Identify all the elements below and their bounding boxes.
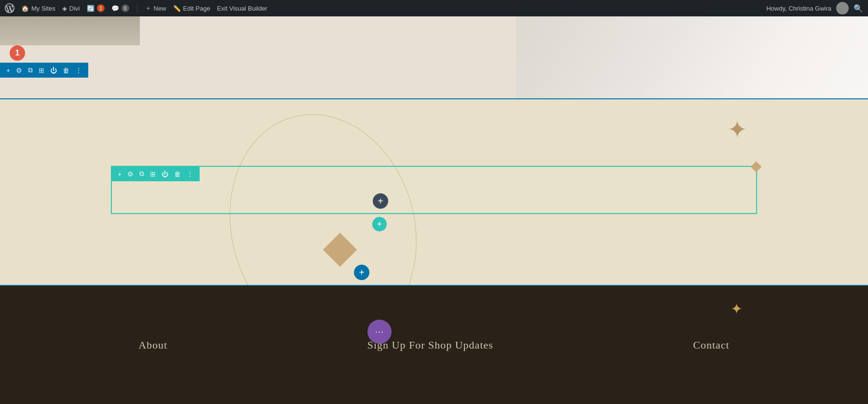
updates-count: 3 xyxy=(97,4,105,12)
edit-page-menu[interactable]: ✏️ Edit Page xyxy=(173,5,210,12)
add-row-button[interactable]: + xyxy=(373,193,388,209)
updates-menu[interactable]: 🔄 3 xyxy=(87,4,105,12)
greeting-text: Howdy, Christina Gwira xyxy=(766,5,831,12)
add-section-button[interactable]: + xyxy=(4,65,13,76)
toggle-module-button[interactable]: ⏻ xyxy=(159,169,171,179)
floating-action-button[interactable]: ··· xyxy=(367,320,392,344)
divi-menu[interactable]: ◈ Divi xyxy=(62,5,80,12)
toggle-section-button[interactable]: ⏻ xyxy=(48,65,59,76)
settings-module-button[interactable]: ⚙ xyxy=(125,169,136,179)
clone-module-button[interactable]: ⧉ xyxy=(137,168,147,179)
comments-count: 0 xyxy=(122,4,129,12)
admin-bar: 🏠 My Sites ◈ Divi 🔄 3 💬 0 ＋ New ✏️ Edit … xyxy=(0,0,868,16)
edit-page-label: Edit Page xyxy=(183,5,210,12)
footer: ✦ About Sign Up For Shop Updates Contact xyxy=(0,286,868,404)
delete-module-button[interactable]: 🗑 xyxy=(172,169,183,179)
wp-logo[interactable] xyxy=(5,3,14,13)
admin-bar-right: Howdy, Christina Gwira 🔍 xyxy=(766,2,863,14)
new-content-menu[interactable]: ＋ New xyxy=(145,4,166,13)
comments-menu[interactable]: 💬 0 xyxy=(111,4,129,12)
column-section-button[interactable]: ⊞ xyxy=(36,65,47,76)
page-content: 1 + ⚙ ⧉ ⊞ ⏻ 🗑 ⋮ ✦ + ⚙ ⧉ ⊞ ⏻ 🗑 xyxy=(0,16,868,404)
search-icon[interactable]: 🔍 xyxy=(854,4,863,13)
section-top-border xyxy=(0,98,868,99)
exit-visual-builder-label: Exit Visual Builder xyxy=(217,5,268,12)
footer-star-decoration: ✦ xyxy=(731,300,743,317)
delete-section-button[interactable]: 🗑 xyxy=(60,65,72,76)
top-left-image xyxy=(0,16,140,45)
top-image-section xyxy=(0,16,868,98)
section-bottom-border xyxy=(0,285,868,286)
module-toolbar[interactable]: + ⚙ ⧉ ⊞ ⏻ 🗑 ⋮ xyxy=(111,166,200,181)
top-right-image xyxy=(516,16,868,98)
add-section-bottom-button[interactable]: + xyxy=(354,265,369,280)
main-content-area: ✦ + ⚙ ⧉ ⊞ ⏻ 🗑 ⋮ + + xyxy=(0,98,868,286)
my-sites-label: My Sites xyxy=(31,5,55,12)
add-module-inside-button[interactable]: + xyxy=(372,217,387,231)
footer-contact-link[interactable]: Contact xyxy=(693,339,729,351)
section-toolbar[interactable]: + ⚙ ⧉ ⊞ ⏻ 🗑 ⋮ xyxy=(0,63,88,78)
module-corner-diamond xyxy=(751,162,762,173)
new-label: New xyxy=(154,5,166,12)
avatar[interactable] xyxy=(836,2,849,14)
settings-section-button[interactable]: ⚙ xyxy=(14,65,25,76)
ellipsis-icon: ··· xyxy=(375,330,384,334)
exit-visual-builder-menu[interactable]: Exit Visual Builder xyxy=(217,5,268,12)
divi-label: Divi xyxy=(69,5,80,12)
more-section-button[interactable]: ⋮ xyxy=(73,65,84,76)
footer-about-link[interactable]: About xyxy=(138,339,167,351)
module-container: + ⚙ ⧉ ⊞ ⏻ 🗑 ⋮ xyxy=(111,166,757,214)
my-sites-menu[interactable]: 🏠 My Sites xyxy=(21,5,55,12)
more-module-button[interactable]: ⋮ xyxy=(184,169,196,179)
add-module-button[interactable]: + xyxy=(115,169,124,179)
column-module-button[interactable]: ⊞ xyxy=(148,169,158,179)
clone-section-button[interactable]: ⧉ xyxy=(26,65,35,76)
divider xyxy=(137,4,137,13)
section-number-badge: 1 xyxy=(10,45,25,61)
decorative-star-large: ✦ xyxy=(727,118,747,142)
